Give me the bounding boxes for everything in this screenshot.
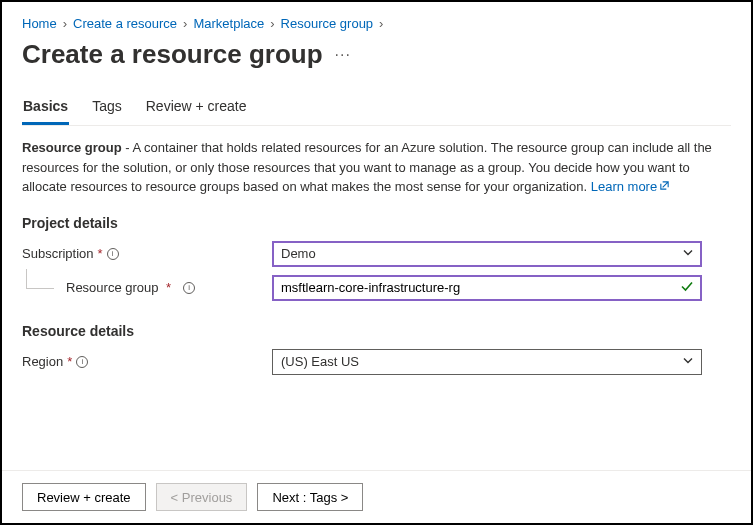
subscription-label: Subscription [22, 246, 94, 261]
checkmark-icon [680, 279, 694, 296]
more-actions-button[interactable]: ··· [335, 46, 351, 64]
breadcrumb-create-resource[interactable]: Create a resource [73, 16, 177, 31]
subscription-select[interactable]: Demo [272, 241, 702, 267]
breadcrumb-home[interactable]: Home [22, 16, 57, 31]
previous-button: < Previous [156, 483, 248, 511]
resource-details-heading: Resource details [22, 323, 731, 339]
breadcrumb: Home › Create a resource › Marketplace ›… [22, 16, 731, 31]
review-create-button[interactable]: Review + create [22, 483, 146, 511]
tabs: Basics Tags Review + create [22, 98, 731, 126]
breadcrumb-separator: › [270, 16, 274, 31]
breadcrumb-marketplace[interactable]: Marketplace [193, 16, 264, 31]
project-details-heading: Project details [22, 215, 731, 231]
required-indicator: * [163, 280, 172, 295]
breadcrumb-separator: › [183, 16, 187, 31]
info-icon[interactable]: i [76, 356, 88, 368]
subscription-value: Demo [281, 246, 316, 261]
tab-tags[interactable]: Tags [91, 98, 123, 125]
tab-basics[interactable]: Basics [22, 98, 69, 125]
breadcrumb-separator: › [63, 16, 67, 31]
breadcrumb-resource-group[interactable]: Resource group [281, 16, 374, 31]
required-indicator: * [67, 354, 72, 369]
external-link-icon [659, 177, 670, 188]
breadcrumb-separator: › [379, 16, 383, 31]
info-icon[interactable]: i [107, 248, 119, 260]
required-indicator: * [98, 246, 103, 261]
next-button[interactable]: Next : Tags > [257, 483, 363, 511]
learn-more-link[interactable]: Learn more [591, 179, 657, 194]
region-value: (US) East US [281, 354, 359, 369]
description-lead: Resource group [22, 140, 122, 155]
footer-actions: Review + create < Previous Next : Tags > [2, 470, 751, 523]
region-select[interactable]: (US) East US [272, 349, 702, 375]
tab-review-create[interactable]: Review + create [145, 98, 248, 125]
region-label: Region [22, 354, 63, 369]
tree-indent-line [26, 269, 54, 289]
resource-group-input[interactable] [272, 275, 702, 301]
description-text: Resource group - A container that holds … [22, 138, 731, 197]
resource-group-label: Resource group [66, 280, 159, 295]
page-title: Create a resource group [22, 39, 323, 70]
info-icon[interactable]: i [183, 282, 195, 294]
